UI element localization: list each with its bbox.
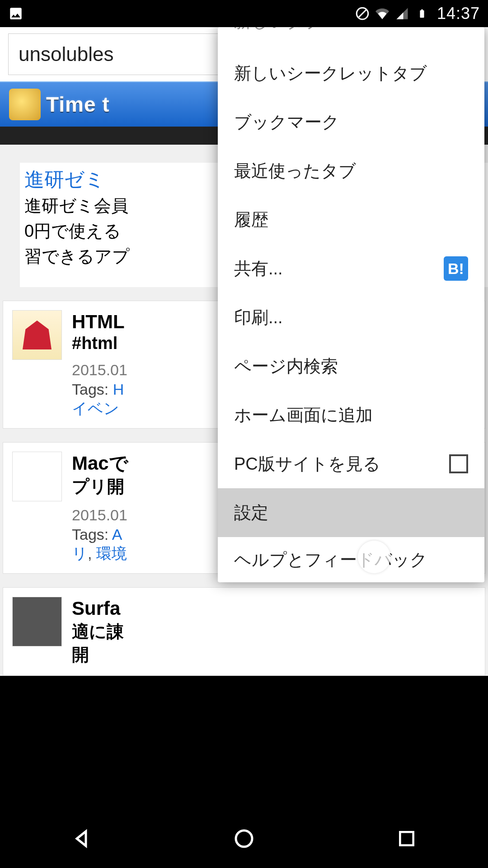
menu-share[interactable]: 共有... B!	[218, 244, 484, 293]
svg-line-1	[358, 10, 366, 18]
desktop-site-checkbox[interactable]	[449, 454, 468, 473]
article-subtitle: 開	[72, 643, 476, 666]
article-card[interactable]: Surfa 適に諌 開	[3, 587, 485, 676]
article-title: Surfa	[72, 597, 476, 620]
menu-new-incognito[interactable]: 新しいシークレットタブ	[218, 49, 484, 98]
signal-icon	[394, 6, 410, 21]
site-logo-icon	[9, 89, 41, 120]
menu-settings[interactable]: 設定	[218, 488, 484, 537]
site-title: Time t	[46, 92, 110, 117]
menu-recent-tabs[interactable]: 最近使ったタブ	[218, 146, 484, 195]
menu-desktop-site[interactable]: PC版サイトを見る	[218, 439, 484, 488]
menu-history[interactable]: 履歴	[218, 195, 484, 244]
menu-add-to-home[interactable]: ホーム画面に追加	[218, 391, 484, 439]
menu-new-tab[interactable]: 新しいタブ	[218, 27, 484, 49]
svg-rect-3	[400, 832, 413, 845]
menu-find-in-page[interactable]: ページ内検索	[218, 342, 484, 391]
hatena-icon: B!	[444, 256, 468, 281]
article-subtitle: 適に諌	[72, 620, 476, 643]
menu-help-feedback[interactable]: ヘルプとフィードバック	[218, 537, 484, 582]
article-thumb	[12, 452, 62, 501]
no-entry-icon	[355, 6, 370, 21]
article-thumb	[12, 597, 62, 646]
recent-apps-button[interactable]	[393, 825, 420, 852]
wifi-icon	[375, 6, 390, 21]
overflow-menu: 新しいタブ 新しいシークレットタブ ブックマーク 最近使ったタブ 履歴 共有..…	[218, 27, 484, 582]
nav-bar	[0, 809, 488, 868]
clock-text: 14:37	[437, 4, 480, 23]
article-thumb	[12, 310, 62, 360]
svg-point-2	[236, 830, 252, 847]
home-button[interactable]	[230, 825, 258, 852]
status-bar: 14:37	[0, 0, 488, 27]
url-text: unsolubles	[19, 43, 113, 66]
back-button[interactable]	[68, 825, 95, 852]
menu-bookmarks[interactable]: ブックマーク	[218, 98, 484, 146]
battery-icon	[414, 6, 430, 21]
picture-icon	[8, 6, 23, 21]
menu-print[interactable]: 印刷...	[218, 293, 484, 342]
